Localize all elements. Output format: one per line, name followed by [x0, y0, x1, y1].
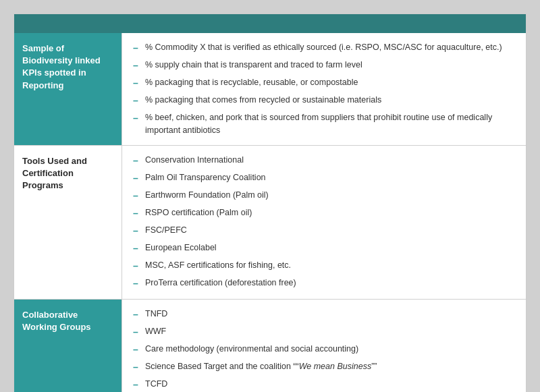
list-item: –Care methodology (environmental and soc… [133, 343, 515, 357]
list-item-text: Conservation International [145, 154, 515, 167]
bullet-dash: – [133, 111, 140, 125]
bullet-dash: – [133, 224, 140, 238]
list-item: –TCFD [133, 378, 515, 392]
list-item-text: MSC, ASF certifications for fishing, etc… [145, 259, 515, 272]
bullet-dash: – [133, 171, 140, 186]
row-content-tools-certification: –Conservation International–Palm Oil Tra… [122, 146, 526, 299]
list-item-text: % beef, chicken, and pork that is source… [145, 111, 515, 137]
list-item: –Conservation International [133, 154, 515, 168]
list-item-text: Palm Oil Transparency Coalition [145, 171, 515, 184]
bullet-dash: – [133, 189, 140, 203]
list-item-text: % supply chain that is transparent and t… [145, 59, 515, 72]
bullet-dash: – [133, 360, 140, 374]
main-table: Sample of Biodiversity linked KPIs spott… [14, 13, 526, 392]
row-header-collaborative-working-groups: Collaborative Working Groups [14, 300, 122, 393]
table-row-tools-certification: Tools Used and Certification Programs–Co… [14, 146, 526, 300]
list-item-text: WWF [145, 325, 515, 338]
list-item: –% Commodity X that is verified as ethic… [133, 41, 515, 55]
list-item: –FSC/PEFC [133, 224, 515, 238]
list-item: –Earthworm Foundation (Palm oil) [133, 189, 515, 203]
bullet-dash: – [133, 76, 140, 90]
list-item-text: % packaging that is recyclable, reusable… [145, 76, 515, 89]
list-item-text: European Ecolabel [145, 242, 515, 254]
list-item: –MSC, ASF certifications for fishing, et… [133, 259, 515, 273]
bullet-dash: – [133, 259, 140, 273]
list-item-text: RSPO certification (Palm oil) [145, 206, 515, 219]
list-item: –European Ecolabel [133, 242, 515, 256]
list-item-text: % Commodity X that is verified as ethica… [145, 41, 515, 54]
list-item: –ProTerra certification (deforestation f… [133, 277, 515, 291]
bullet-dash: – [133, 325, 140, 339]
bullet-dash: – [133, 59, 140, 73]
bullet-dash: – [133, 41, 140, 55]
table-row-sample-kpis: Sample of Biodiversity linked KPIs spott… [14, 33, 526, 146]
page-wrapper: Sample of Biodiversity linked KPIs spott… [0, 0, 540, 392]
rows-container: Sample of Biodiversity linked KPIs spott… [14, 33, 526, 392]
list-item: –TNFD [133, 308, 515, 322]
list-item-text: Care methodology (environmental and soci… [145, 343, 515, 356]
bullet-dash: – [133, 308, 140, 322]
list-item: –WWF [133, 325, 515, 339]
list-item-text: Science Based Target and the coalition “… [145, 360, 515, 373]
list-item: –Science Based Target and the coalition … [133, 360, 515, 374]
list-item: –% supply chain that is transparent and … [133, 59, 515, 73]
list-item: –% beef, chicken, and pork that is sourc… [133, 111, 515, 137]
row-content-sample-kpis: –% Commodity X that is verified as ethic… [122, 33, 526, 145]
bullet-dash: – [133, 94, 140, 108]
list-item: –Palm Oil Transparency Coalition [133, 171, 515, 186]
row-header-tools-certification: Tools Used and Certification Programs [14, 146, 122, 299]
bullet-dash: – [133, 277, 140, 291]
list-item-text: TNFD [145, 308, 515, 320]
row-content-collaborative-working-groups: –TNFD–WWF–Care methodology (environmenta… [122, 300, 526, 393]
list-item: –RSPO certification (Palm oil) [133, 206, 515, 221]
list-item: –% packaging that comes from recycled or… [133, 94, 515, 108]
table-row-collaborative-working-groups: Collaborative Working Groups–TNFD–WWF–Ca… [14, 300, 526, 393]
list-item-text: TCFD [145, 378, 515, 391]
list-item-text: Earthworm Foundation (Palm oil) [145, 189, 515, 202]
bullet-dash: – [133, 242, 140, 256]
list-item-text: FSC/PEFC [145, 224, 515, 237]
bullet-dash: – [133, 154, 140, 168]
list-item-text: % packaging that comes from recycled or … [145, 94, 515, 107]
row-header-sample-kpis: Sample of Biodiversity linked KPIs spott… [14, 33, 122, 145]
list-item-text: ProTerra certification (deforestation fr… [145, 277, 515, 289]
header-bar [14, 14, 526, 33]
bullet-dash: – [133, 343, 140, 357]
list-item: –% packaging that is recyclable, reusabl… [133, 76, 515, 90]
bullet-dash: – [133, 378, 140, 392]
bullet-dash: – [133, 206, 140, 221]
